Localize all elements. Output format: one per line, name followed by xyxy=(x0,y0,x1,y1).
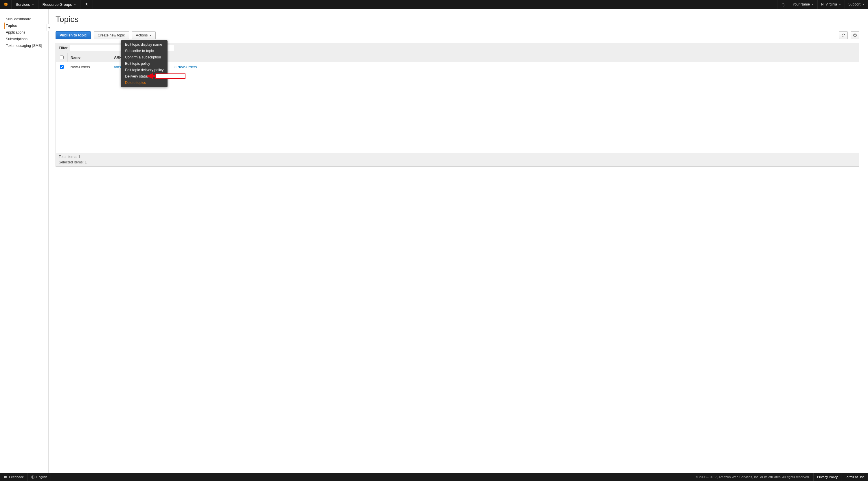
action-bar: Publish to topic Create new topic Action… xyxy=(56,31,859,39)
caret-down-icon xyxy=(839,4,841,5)
selected-items-label: Selected Items: xyxy=(59,160,84,164)
nav-account-label: Your Name xyxy=(793,2,810,6)
nav-resource-groups-label: Resource Groups xyxy=(42,2,72,7)
row-checkbox[interactable] xyxy=(60,65,64,69)
actions-menu-item-delivery-status[interactable]: Delivery status xyxy=(121,73,167,79)
sidebar-item-subscriptions[interactable]: Subscriptions xyxy=(5,36,48,42)
caret-down-icon xyxy=(32,4,34,5)
table-row[interactable]: New-Ordersarn:aws:sns:us-east-1:12345678… xyxy=(56,62,859,72)
nav-account[interactable]: Your Name xyxy=(789,0,817,9)
nav-services-label: Services xyxy=(16,2,30,7)
nav-notifications-icon[interactable] xyxy=(777,0,789,9)
status-bar: Total Items: 1 Selected Items: 1 xyxy=(56,153,859,167)
actions-menu-item-edit-topic-policy[interactable]: Edit topic policy xyxy=(121,60,167,67)
actions-menu-item-edit-topic-display-name[interactable]: Edit topic display name xyxy=(121,41,167,48)
nav-support[interactable]: Support xyxy=(844,0,868,9)
sidebar-item-topics[interactable]: Topics xyxy=(4,23,48,29)
footer-feedback-label: Feedback xyxy=(9,475,24,479)
create-label: Create new topic xyxy=(98,33,125,37)
selected-items-value: 1 xyxy=(85,160,87,164)
table-empty-area xyxy=(56,72,859,153)
top-nav: Services Resource Groups Your Name N. Vi… xyxy=(0,0,868,9)
page-title: Topics xyxy=(56,15,859,24)
col-name-header[interactable]: Name xyxy=(68,53,111,62)
row-arn[interactable]: arn:aws:sns:us-east-1:1234567890123:New-… xyxy=(111,62,859,72)
actions-dropdown-button[interactable]: Actions xyxy=(132,31,156,39)
actions-menu-item-confirm-a-subscription[interactable]: Confirm a subscription xyxy=(121,54,167,60)
footer: Feedback English © 2008 - 2017, Amazon W… xyxy=(0,473,868,481)
create-new-topic-button[interactable]: Create new topic xyxy=(94,31,129,39)
sidebar-item-sns-dashboard[interactable]: SNS dashboard xyxy=(5,16,48,22)
actions-menu-item-edit-topic-delivery-policy[interactable]: Edit topic delivery policy xyxy=(121,67,167,73)
svg-point-4 xyxy=(855,36,855,36)
footer-privacy-link[interactable]: Privacy Policy xyxy=(813,473,841,481)
actions-label: Actions xyxy=(136,33,148,37)
nav-support-label: Support xyxy=(848,2,861,6)
help-button[interactable] xyxy=(850,31,859,39)
actions-menu: Edit topic display nameSubscribe to topi… xyxy=(121,40,167,87)
nav-pin-icon[interactable] xyxy=(81,0,93,9)
actions-menu-item-subscribe-to-topic[interactable]: Subscribe to topic xyxy=(121,48,167,54)
total-items-value: 1 xyxy=(78,155,80,159)
actions-menu-item-delete-topics[interactable]: Delete topics xyxy=(121,79,167,86)
refresh-button[interactable] xyxy=(839,31,848,39)
publish-to-topic-button[interactable]: Publish to topic xyxy=(56,31,91,39)
col-arn-header[interactable]: ARN xyxy=(111,53,859,62)
caret-down-icon xyxy=(812,4,814,5)
caret-down-icon xyxy=(74,4,76,5)
sidebar-collapse-toggle[interactable]: ◀ xyxy=(46,24,51,31)
footer-language[interactable]: English xyxy=(28,473,51,481)
footer-copyright: © 2008 - 2017, Amazon Web Services, Inc.… xyxy=(692,475,813,479)
nav-services[interactable]: Services xyxy=(11,0,38,9)
caret-down-icon xyxy=(862,4,865,5)
publish-label: Publish to topic xyxy=(60,33,87,37)
footer-language-label: English xyxy=(36,475,48,479)
footer-terms-link[interactable]: Terms of Use xyxy=(841,473,868,481)
select-all-checkbox[interactable] xyxy=(60,56,64,59)
row-name: New-Orders xyxy=(68,62,111,72)
sidebar-item-applications[interactable]: Applications xyxy=(5,29,48,36)
main-content: Topics Publish to topic Create new topic… xyxy=(49,9,868,473)
topics-table: Name ARN New-Ordersarn:aws:sns:us-east-1… xyxy=(56,53,859,72)
filter-bar: Filter xyxy=(56,43,859,53)
caret-down-icon xyxy=(149,35,152,36)
nav-resource-groups[interactable]: Resource Groups xyxy=(38,0,81,9)
nav-region[interactable]: N. Virginia xyxy=(817,0,844,9)
total-items-label: Total Items: xyxy=(59,155,77,159)
sidebar: ◀ SNS dashboardTopicsApplicationsSubscri… xyxy=(0,9,49,473)
sidebar-item-text-messaging-sms-[interactable]: Text messaging (SMS) xyxy=(5,42,48,49)
nav-region-label: N. Virginia xyxy=(821,2,837,6)
filter-label: Filter xyxy=(59,46,68,50)
aws-logo[interactable] xyxy=(0,0,11,9)
footer-feedback[interactable]: Feedback xyxy=(0,473,28,481)
